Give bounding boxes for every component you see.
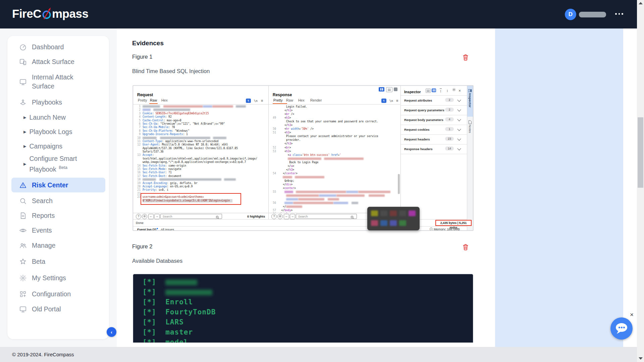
prev-match-icon: ← [148,214,154,219]
prev-match-icon: ← [284,214,289,219]
sidebar-item-attack-surface[interactable]: Attack Surface [11,54,105,69]
sidebar-item-dashboard[interactable]: Dashboard [11,40,105,54]
sidebar-item-label: Attack Surface [32,58,74,66]
sidebar-item-internal-attack-surface[interactable]: Internal Attack Surface [11,72,105,92]
terminal-line: [*] model [143,338,188,343]
inspector-layout-icon [426,88,431,93]
search-icon [216,215,219,221]
chat-icon [610,336,633,341]
scroll-down-arrow-icon[interactable] [639,357,643,360]
manage-icon [19,241,27,249]
sidebar-item-label: Manage [32,242,55,249]
logo-text-post: mpass [52,7,88,20]
figure1-caption: Blind Time Based SQL Injection [132,68,210,74]
configuration-icon [19,290,27,298]
expand-arrow-icon: ▶ [23,144,26,148]
beta-icon [19,257,27,265]
reports-icon [19,212,27,220]
section-label: Request attributes [404,99,432,102]
terminal-line: [*] FourtyTonDB [143,308,216,316]
dock-icon [468,87,472,94]
terminal-line: [*] Enroll [143,298,193,306]
memory-indicator: ⓘ Memory: 188.6MB [430,227,460,231]
search-icon [351,215,354,221]
collapse-all-icon: ↕ [446,88,448,93]
sidebar-item-label: Campaigns [29,142,62,150]
right-backdrop [495,28,623,347]
response-search-input [296,214,357,219]
top-header: FireC mpass D [0,0,637,28]
sidebar-item-playbook-logs[interactable]: ▶Playbook Logs [11,124,105,139]
inspector-section-request-attributes: Request attributes2 [401,96,467,106]
trash-icon [462,247,469,252]
expand-arrow-icon: ▶ [23,130,26,134]
sidebar-item-manage[interactable]: Manage [11,238,105,253]
sidebar-item-launch-new[interactable]: ▶Launch New [11,110,105,125]
sidebar-item-reports[interactable]: Reports [11,208,105,223]
attack-surface-icon [19,58,27,66]
scrollbar-thumb[interactable] [638,117,643,188]
sidebar-item-my-settings[interactable]: My Settings [11,270,105,285]
figure2-caption: Available Databases [132,258,182,264]
dashboard-icon [19,43,27,51]
notification-dot [157,228,158,229]
chevron-down-icon [457,127,461,131]
sidebar-item-label: Old Portal [32,305,61,313]
copyright-text: © 2019-2024. FireCompass [12,352,74,357]
bytes-millis-badge: 2,435 bytes | 5,251 millis [435,220,472,226]
event-log-tab: Event log (2) [137,228,158,231]
figure2-label: Figure 2 [132,243,153,250]
sidebar-item-playbooks[interactable]: Playbooks [11,95,105,110]
newline-toggle-icon: \n [254,99,258,103]
section-label: Request body parameters [404,118,443,122]
soft-wrap-icon: ¶ [381,99,386,103]
sidebar-item-beta[interactable]: Beta [11,254,105,269]
section-label: Request cookies [404,128,430,131]
figure1-delete-button[interactable] [462,54,469,61]
tab-pretty: Pretty [138,98,147,102]
sidebar-item-old-portal[interactable]: Old Portal [11,302,105,316]
help-icon: ? [136,214,141,219]
settings-icon [19,274,27,282]
chat-bubble-button[interactable] [610,317,633,340]
sidebar-item-campaigns[interactable]: ▶Campaigns [11,139,105,154]
sidebar-item-label: Beta [32,258,45,265]
terminal-line: [*] [143,288,212,296]
app-root: FireC mpass D DashboardAttack SurfaceInt… [0,0,644,362]
sidebar-item-events[interactable]: Events [11,223,105,238]
logo-text-pre: FireC [12,7,41,20]
expand-arrow-icon: ▶ [23,162,26,166]
page-scrollbar[interactable] [637,0,644,362]
sidebar-item-label: Events [32,227,52,234]
overflow-menu-icon[interactable] [615,13,623,15]
search-icon [19,197,27,205]
scroll-up-arrow-icon[interactable] [639,2,643,4]
inspector-section-request-query-parameters: Request query parameters2 [401,105,467,115]
request-panel-title: Request [137,93,153,97]
inspector-side-strip: Inspector Notes [467,86,473,230]
sidebar-collapse-button[interactable]: ‹ [107,327,116,337]
sidebar-item-search[interactable]: Search [11,193,105,208]
figure2-image: [*] [*] [*] Enroll[*] FourtyTonDB[*] LAR… [133,274,473,343]
sidebar-item-configure-smart-playbook[interactable]: ▶Configure Smart Playbook Beta [11,154,105,174]
sidebar-item-configuration[interactable]: Configuration [11,287,105,301]
chevron-down-icon [457,117,461,121]
figure1-label: Figure 1 [132,54,153,60]
old-portal-icon [19,305,27,313]
tab-raw: Raw [286,98,293,102]
risk-center-icon [19,181,27,189]
sidebar-item-risk-center[interactable]: Risk Center [11,178,105,192]
section-count-badge: 14 [445,146,454,150]
figure2-delete-button[interactable] [462,243,469,251]
inspector-side-tab-label: Inspector [468,93,472,108]
firecompass-logo: FireC mpass [12,7,88,20]
sidebar-item-label: Search [32,197,53,205]
color-palette-popup [367,207,420,230]
chevron-down-icon [457,137,461,140]
section-label: Request headers [404,137,430,141]
avatar[interactable]: D [565,9,576,20]
request-search-input [160,214,222,219]
sidebar-item-label: Launch New [29,114,65,121]
next-match-icon: → [154,214,160,219]
playbooks-icon [19,98,27,106]
